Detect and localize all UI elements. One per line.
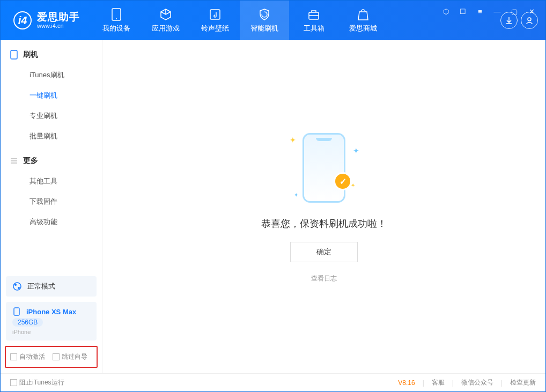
options-box: 自动激活 跳过向导 (5, 346, 98, 368)
mode-label: 正常模式 (27, 282, 55, 291)
sidebar: 刷机 iTunes刷机 一键刷机 专业刷机 批量刷机 更多 其他工具 下载固件 … (1, 40, 102, 373)
success-message: 恭喜您，保资料刷机成功啦！ (261, 217, 387, 230)
music-icon (209, 8, 222, 21)
section-title: 更多 (23, 156, 38, 166)
device-type: iPhone (12, 329, 31, 335)
close-icon[interactable]: ✕ (526, 5, 537, 17)
app-name: 爱思助手 (37, 12, 80, 23)
svg-point-7 (14, 284, 17, 286)
tab-my-device[interactable]: 我的设备 (92, 1, 141, 40)
svg-rect-2 (210, 10, 220, 19)
device-icon (110, 8, 123, 21)
tab-toolbox[interactable]: 工具箱 (289, 1, 338, 40)
sidebar-item-other-tools[interactable]: 其他工具 (1, 171, 102, 191)
link-check-update[interactable]: 检查更新 (510, 378, 536, 387)
cube-icon (159, 8, 172, 21)
menu-icon[interactable]: ≡ (474, 5, 486, 17)
sidebar-item-onekey-flash[interactable]: 一键刷机 (1, 85, 102, 106)
bag-icon (357, 8, 370, 21)
version-label: V8.16 (398, 379, 415, 387)
sidebar-item-download-firmware[interactable]: 下载固件 (1, 191, 102, 212)
svg-rect-9 (14, 308, 19, 315)
list-icon (10, 157, 18, 165)
tab-ringtones[interactable]: 铃声壁纸 (190, 1, 240, 40)
sparkle-icon: ✦ (290, 136, 296, 144)
success-illustration: ✦ ✦ ✦ ✦ ✓ (292, 130, 356, 205)
section-more-header: 更多 (1, 146, 102, 171)
tab-apps-games[interactable]: 应用游戏 (141, 1, 190, 40)
tab-store[interactable]: 爱思商城 (338, 1, 388, 40)
device-storage: 256GB (12, 318, 43, 327)
device-name: iPhone XS Max (26, 308, 76, 316)
minimize-icon[interactable]: — (491, 5, 503, 17)
app-url: www.i4.cn (37, 23, 80, 29)
phone-graphic (302, 133, 345, 203)
device-small-icon (12, 307, 21, 316)
tshirt-icon[interactable]: ⬡ (440, 5, 452, 17)
ok-button[interactable]: 确定 (290, 242, 358, 262)
section-title: 刷机 (23, 50, 38, 60)
main-content: ✦ ✦ ✦ ✦ ✓ 恭喜您，保资料刷机成功啦！ 确定 查看日志 (102, 40, 545, 373)
tab-label: 铃声壁纸 (201, 24, 229, 33)
toolbox-icon (307, 8, 320, 21)
mode-icon (12, 282, 22, 291)
sparkle-icon: ✦ (353, 146, 359, 155)
logo-icon: i4 (13, 11, 32, 29)
app-logo: i4 爱思助手 www.i4.cn (1, 11, 87, 29)
checkmark-badge-icon: ✓ (334, 172, 352, 190)
tab-label: 爱思商城 (349, 24, 377, 33)
tab-label: 我的设备 (102, 24, 130, 33)
svg-point-1 (116, 18, 117, 19)
sidebar-item-pro-flash[interactable]: 专业刷机 (1, 106, 102, 126)
checkbox-auto-activate[interactable]: 自动激活 (10, 352, 45, 361)
sparkle-icon: ✦ (294, 192, 298, 198)
link-support[interactable]: 客服 (432, 378, 445, 387)
shield-icon (258, 8, 271, 21)
sidebar-item-advanced[interactable]: 高级功能 (1, 212, 102, 232)
svg-point-4 (528, 18, 531, 21)
checkbox-skip-wizard[interactable]: 跳过向导 (53, 352, 87, 361)
tab-smart-flash[interactable]: 智能刷机 (240, 1, 289, 40)
titlebar: ⬡ ☐ ≡ — ▢ ✕ i4 爱思助手 www.i4.cn 我的设备 应用游戏 (1, 1, 545, 40)
device-card[interactable]: iPhone XS Max 256GB iPhone (6, 302, 97, 341)
svg-point-6 (13, 283, 21, 290)
sidebar-item-itunes-flash[interactable]: iTunes刷机 (1, 65, 102, 85)
maximize-icon[interactable]: ▢ (508, 5, 520, 17)
svg-point-8 (18, 287, 20, 289)
statusbar: 阻止iTunes运行 V8.16 | 客服 | 微信公众号 | 检查更新 (1, 373, 545, 391)
nav-tabs: 我的设备 应用游戏 铃声壁纸 智能刷机 工具箱 爱思商城 (92, 1, 388, 40)
tab-label: 智能刷机 (250, 24, 278, 33)
view-log-link[interactable]: 查看日志 (311, 274, 337, 283)
svg-rect-5 (11, 50, 17, 59)
checkbox-block-itunes[interactable]: 阻止iTunes运行 (10, 378, 64, 387)
tab-label: 工具箱 (304, 24, 324, 33)
phone-icon (10, 50, 18, 60)
mode-card[interactable]: 正常模式 (6, 276, 97, 297)
link-wechat[interactable]: 微信公众号 (461, 378, 493, 387)
sidebar-item-batch-flash[interactable]: 批量刷机 (1, 126, 102, 146)
section-flash-header: 刷机 (1, 40, 102, 65)
tab-label: 应用游戏 (152, 24, 180, 33)
feedback-icon[interactable]: ☐ (457, 5, 469, 17)
